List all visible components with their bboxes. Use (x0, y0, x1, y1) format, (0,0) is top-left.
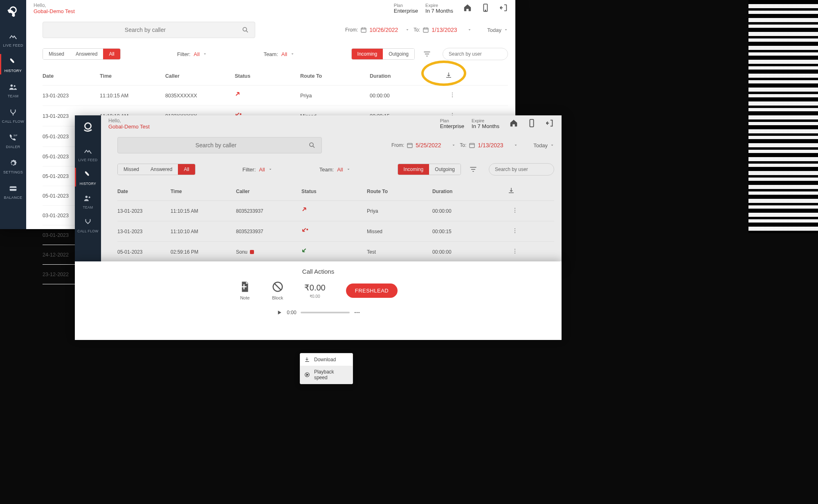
freshlead-button[interactable]: FRESHLEAD (346, 284, 398, 298)
today-button[interactable]: Today (487, 27, 508, 33)
cell-status (301, 227, 367, 236)
account-name: Gobal-Demo Test (34, 8, 75, 14)
home-icon[interactable] (463, 3, 472, 14)
more-icon[interactable] (354, 309, 360, 316)
seg-outgoing[interactable]: Outgoing (429, 164, 461, 175)
to-label: To: (413, 27, 420, 33)
cell-route: Missed (367, 229, 432, 234)
table-row[interactable]: 05-01-2023 02:59:16 PM Sonu Test 00:00:0… (117, 242, 554, 262)
cell-duration: 00:00:00 (432, 249, 494, 255)
svg-point-53 (515, 232, 515, 233)
nav-call-flow[interactable]: CALL FLOW (75, 213, 101, 236)
row-menu[interactable] (494, 207, 518, 215)
block-icon (272, 281, 284, 293)
table-row[interactable]: 13-01-2023 11:10:15 AM 8035XXXXXX Priya … (43, 86, 508, 106)
nav-live-feed[interactable]: LIVE FEED (0, 26, 26, 52)
svg-point-14 (452, 113, 453, 114)
plan-label: Plan (394, 3, 418, 8)
svg-point-42 (85, 196, 88, 198)
app-window-2: LIVE FEED HISTORY TEAM CALL FLOW Hello,G… (75, 115, 562, 263)
svg-rect-5 (10, 188, 17, 189)
play-icon[interactable] (276, 309, 283, 316)
table-row[interactable]: 13-01-2023 11:10:15 AM 8035233937 Priya … (117, 201, 554, 221)
speed-icon (304, 372, 310, 378)
cell-caller: 8035233937 (236, 208, 301, 214)
cell-time: 11:10:10 AM (171, 229, 236, 234)
cell-status (235, 91, 300, 100)
user-search-input[interactable] (489, 163, 554, 176)
user-search-input[interactable] (443, 48, 508, 60)
seg-answered[interactable]: Answered (70, 49, 103, 59)
search-box[interactable] (43, 22, 255, 38)
seg-incoming[interactable]: Incoming (352, 49, 383, 59)
cell-duration: 00:00:00 (432, 208, 494, 214)
table-row[interactable]: 13-01-2023 11:10:10 AM 8035233937 Missed… (117, 221, 554, 242)
chevron-down-icon[interactable] (452, 143, 456, 147)
nav-dialer[interactable]: SIP DIALER (0, 128, 26, 153)
nav-history[interactable]: HISTORY (75, 165, 101, 189)
chevron-down-icon[interactable] (467, 28, 472, 32)
nav-label: TEAM (8, 94, 19, 98)
col-status: Status (235, 73, 300, 79)
chevron-down-icon[interactable] (514, 143, 518, 147)
nav-team[interactable]: TEAM (75, 189, 101, 213)
nav-settings[interactable]: SETTINGS (0, 153, 26, 178)
svg-point-45 (310, 143, 313, 146)
search-input[interactable] (49, 27, 242, 33)
audio-player[interactable]: 0:00 Download Playback speed (75, 309, 562, 316)
team-value[interactable]: All (281, 51, 287, 57)
phone-icon[interactable] (481, 3, 490, 14)
seg-incoming[interactable]: Incoming (398, 164, 429, 175)
chevron-down-icon[interactable] (203, 52, 207, 56)
seg-all[interactable]: All (178, 164, 195, 175)
download-icon (304, 357, 310, 362)
cell-duration: 00:00:00 (370, 93, 431, 99)
nav-balance[interactable]: BALANCE (0, 178, 26, 204)
from-date[interactable]: 10/26/2022 (369, 27, 403, 33)
nav-history[interactable]: HISTORY (0, 52, 26, 77)
logout-icon[interactable] (499, 3, 508, 14)
chevron-down-icon[interactable] (405, 28, 409, 32)
row-menu[interactable] (431, 92, 456, 99)
filter-label: Filter: (177, 51, 191, 57)
filter-icon[interactable] (423, 50, 431, 58)
seg-all[interactable]: All (103, 49, 120, 59)
chevron-down-icon[interactable] (290, 52, 294, 56)
menu-download[interactable]: Download (300, 353, 353, 366)
home-icon[interactable] (509, 119, 518, 129)
seg-missed[interactable]: Missed (118, 164, 145, 175)
cell-route: Test (367, 249, 432, 255)
filter-icon[interactable] (469, 165, 477, 173)
svg-rect-9 (361, 28, 366, 32)
download-header[interactable] (494, 187, 518, 196)
nav-call-flow[interactable]: CALL FLOW (0, 102, 26, 128)
seg-outgoing[interactable]: Outgoing (383, 49, 414, 59)
play-time: 0:00 (287, 310, 296, 315)
block-action[interactable]: Block (272, 281, 284, 300)
progress-bar[interactable] (301, 312, 350, 313)
today-button[interactable]: Today (533, 142, 554, 148)
filter-value[interactable]: All (194, 51, 200, 57)
nav-team[interactable]: TEAM (0, 77, 26, 102)
row-menu[interactable] (494, 227, 518, 235)
note-action[interactable]: Note (239, 281, 251, 300)
search-input[interactable] (124, 142, 308, 148)
nav-live-feed[interactable]: LIVE FEED (75, 142, 101, 165)
col-duration: Duration (370, 73, 431, 79)
to-date[interactable]: 1/13/2023 (431, 27, 465, 33)
calendar-icon (360, 27, 367, 33)
menu-playback-speed[interactable]: Playback speed (300, 366, 353, 384)
row-menu[interactable] (494, 248, 518, 256)
logout-icon[interactable] (545, 119, 554, 129)
seg-missed[interactable]: Missed (43, 49, 70, 59)
sidebar: LIVE FEED HISTORY TEAM CALL FLOW SIP DIA… (0, 0, 26, 229)
svg-rect-44 (530, 119, 533, 126)
svg-point-41 (85, 123, 91, 129)
search-box[interactable] (117, 137, 322, 153)
nav-label: BALANCE (4, 196, 22, 200)
download-header[interactable] (431, 72, 456, 80)
phone-icon[interactable] (527, 119, 536, 129)
seg-answered[interactable]: Answered (145, 164, 178, 175)
cell-caller: 8035XXXXXX (165, 93, 235, 99)
expire-label: Expire (425, 3, 453, 8)
